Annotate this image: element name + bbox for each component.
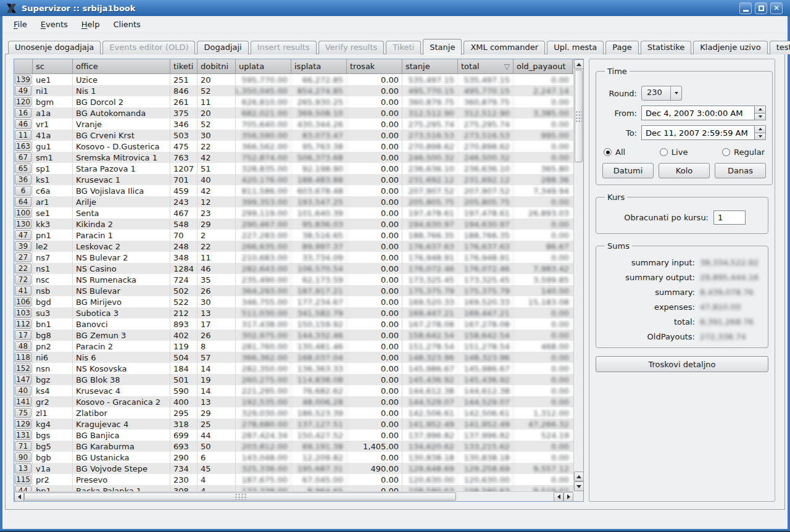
- table-row[interactable]: 47pn1Paracin 1702227,283.0038,516.650.00…: [14, 230, 573, 241]
- table-row[interactable]: 13v1aBG Vojvode Stepe73445325,336.00195,…: [14, 463, 573, 474]
- table-row[interactable]: 115pr2Presevo2304187,675.0067,045.000.00…: [14, 474, 573, 485]
- table-row[interactable]: 152nsnNS Kosovska18414282,350.00136,363.…: [14, 363, 573, 374]
- row-header[interactable]: 115: [14, 474, 33, 485]
- table-row[interactable]: 163gu1Kosovo - D.Gusterica47522366,562.0…: [14, 141, 573, 152]
- table-row[interactable]: 1141aBG Crveni Krst50330356,590.0083,073…: [14, 130, 573, 141]
- maximize-icon[interactable]: [755, 2, 767, 14]
- table-row[interactable]: 22ns1NS Casino128446282,643.00106,570.54…: [14, 263, 573, 274]
- table-row[interactable]: 48pn2Paracin 21198281,760.00130,481.460.…: [14, 341, 573, 352]
- row-header[interactable]: 130: [14, 218, 33, 230]
- table-row[interactable]: 75zl1Zlatibor29529329,030.00186,523.390.…: [14, 407, 573, 418]
- row-header[interactable]: 129: [14, 418, 33, 430]
- kolo-button[interactable]: Kolo: [659, 163, 710, 178]
- round-combobox[interactable]: 230: [641, 86, 682, 101]
- row-header[interactable]: 75: [14, 407, 33, 418]
- spin-up-icon[interactable]: [755, 106, 766, 114]
- row-header[interactable]: 17: [14, 330, 33, 341]
- datumi-button[interactable]: Datumi: [602, 163, 654, 178]
- row-header[interactable]: 112: [14, 318, 33, 330]
- row-header[interactable]: 49: [14, 85, 33, 96]
- column-header-trosak[interactable]: trosak: [347, 59, 402, 73]
- row-header[interactable]: 64: [14, 196, 33, 207]
- horizontal-scroll-thumb[interactable]: [24, 493, 456, 501]
- table-row[interactable]: 131bgsBG Banjica69944287,424.34150,427.5…: [14, 430, 573, 441]
- table-row[interactable]: 44bp1Backa Palanka 13084133,338.008,964.…: [14, 485, 573, 491]
- tab-unosenje-dogadjaja[interactable]: Unosenje dogadjaja: [8, 41, 101, 54]
- row-header[interactable]: 16: [14, 107, 33, 118]
- row-header[interactable]: 67: [14, 152, 33, 163]
- column-header-total[interactable]: total: [458, 59, 514, 73]
- scroll-down-icon[interactable]: [574, 481, 584, 491]
- row-header[interactable]: 44: [14, 485, 33, 491]
- row-header[interactable]: 131: [14, 430, 33, 441]
- row-header[interactable]: 152: [14, 363, 33, 374]
- close-icon[interactable]: [770, 2, 783, 14]
- table-row[interactable]: 64ar1Arilje24312399,353.00193,547.250.00…: [14, 196, 573, 207]
- table-row[interactable]: 90bgbBG Ustanicka2906143,048.0012,209.82…: [14, 452, 573, 463]
- column-header-sc[interactable]: sc: [33, 59, 73, 73]
- vertical-scroll-thumb[interactable]: [575, 70, 583, 162]
- row-header[interactable]: 13: [14, 463, 33, 474]
- table-row[interactable]: 139ue1Uzice25120595,770.0066,272.850.005…: [14, 74, 573, 85]
- scroll-left-icon[interactable]: [14, 492, 24, 502]
- tab-stanje[interactable]: Stanje: [423, 39, 462, 55]
- row-header[interactable]: 106: [14, 296, 33, 307]
- scroll-up-icon[interactable]: [574, 472, 584, 481]
- tab-upl-mesta[interactable]: Upl. mesta: [547, 41, 604, 54]
- column-header-office[interactable]: office: [73, 59, 170, 73]
- table-row[interactable]: 71bg5BG Karaburma69350203,812.0069,191.3…: [14, 441, 573, 452]
- tab-kladjenje-uzivo[interactable]: Kladjenje uzivo: [693, 41, 767, 54]
- table-row[interactable]: 100se1Senta46723299,119.00101,640.390.00…: [14, 207, 573, 218]
- menu-file[interactable]: File: [7, 17, 33, 31]
- table-row[interactable]: 103su3Subotica 321213511,030.00341,582.7…: [14, 307, 573, 318]
- table-row[interactable]: 129kg4Kragujevac 431825278,680.00137,127…: [14, 418, 573, 430]
- table-row[interactable]: 141gr2Kosovo - Gracanica 240013192,535.0…: [14, 396, 573, 407]
- table-row[interactable]: 120bgmBG Dorcol 226111626,810.00265,930.…: [14, 96, 573, 107]
- row-header[interactable]: 71: [14, 441, 33, 452]
- column-header-isplata[interactable]: isplata: [291, 59, 347, 73]
- row-header[interactable]: 6: [14, 185, 33, 196]
- table-row[interactable]: 112bn1Banovci89317317,438.00150,159.920.…: [14, 318, 573, 330]
- table-row[interactable]: 130kk3Kikinda 254829290,467.0095,836.030…: [14, 218, 573, 230]
- table-row[interactable]: 39le2Leskovac 224822266,635.0089,997.370…: [14, 241, 573, 252]
- tab-page[interactable]: Page: [605, 41, 638, 54]
- radio-live[interactable]: Live: [660, 148, 688, 157]
- row-header[interactable]: 46: [14, 118, 33, 130]
- column-header-stanje[interactable]: stanje: [402, 59, 458, 73]
- row-header[interactable]: 118: [14, 352, 33, 363]
- to-datetime-input[interactable]: [641, 125, 755, 140]
- column-header-row-number[interactable]: [14, 59, 33, 73]
- row-header[interactable]: 39: [14, 241, 33, 252]
- row-header[interactable]: 120: [14, 96, 33, 107]
- spin-down-icon[interactable]: [755, 133, 766, 141]
- danas-button[interactable]: Danas: [715, 163, 766, 178]
- row-header[interactable]: 65: [14, 163, 33, 174]
- row-header[interactable]: 40: [14, 385, 33, 396]
- table-row[interactable]: 17bg8BG Zemun 340226302,975.00144,332.46…: [14, 330, 573, 341]
- spin-down-icon[interactable]: [755, 114, 766, 121]
- row-header[interactable]: 27: [14, 252, 33, 263]
- table-row[interactable]: 72nscNS Rumenacka72435235,490.0062,173.5…: [14, 274, 573, 285]
- row-header[interactable]: 141: [14, 396, 33, 407]
- horizontal-scrollbar[interactable]: [14, 491, 573, 501]
- table-row[interactable]: 40ks4Krusevac 459014221,295.0076,682.620…: [14, 385, 573, 396]
- scroll-up-icon[interactable]: [574, 59, 584, 69]
- table-row[interactable]: 118ni6Nis 650457366,362.00168,037.040.00…: [14, 352, 573, 363]
- row-header[interactable]: 22: [14, 263, 33, 274]
- tab-xml-commander[interactable]: XML commander: [464, 41, 545, 54]
- row-header[interactable]: 163: [14, 141, 33, 152]
- menu-clients[interactable]: Clients: [107, 17, 146, 31]
- table-row[interactable]: 147bgzBG Blok 3850119260,275.00114,838.0…: [14, 374, 573, 385]
- row-header[interactable]: 103: [14, 307, 33, 318]
- table-row[interactable]: 65sp1Stara Pazova 1120751328,835.0092,19…: [14, 163, 573, 174]
- radio-all[interactable]: All: [604, 148, 625, 157]
- spin-up-icon[interactable]: [755, 125, 766, 133]
- table-row[interactable]: 16a1aBG Autokomanda37520682,021.00369,50…: [14, 107, 573, 118]
- column-header-dobitni[interactable]: dobitni: [198, 59, 236, 73]
- title-bar[interactable]: Supervizor :: srbija1book: [0, 0, 790, 16]
- tab-test[interactable]: test: [770, 41, 790, 54]
- tab-dogadjaji[interactable]: Dogadjaji: [197, 41, 248, 54]
- troskovi-detaljno-button[interactable]: Troskovi detaljno: [596, 356, 768, 372]
- scroll-right-icon[interactable]: [563, 492, 573, 502]
- row-header[interactable]: 139: [14, 74, 33, 85]
